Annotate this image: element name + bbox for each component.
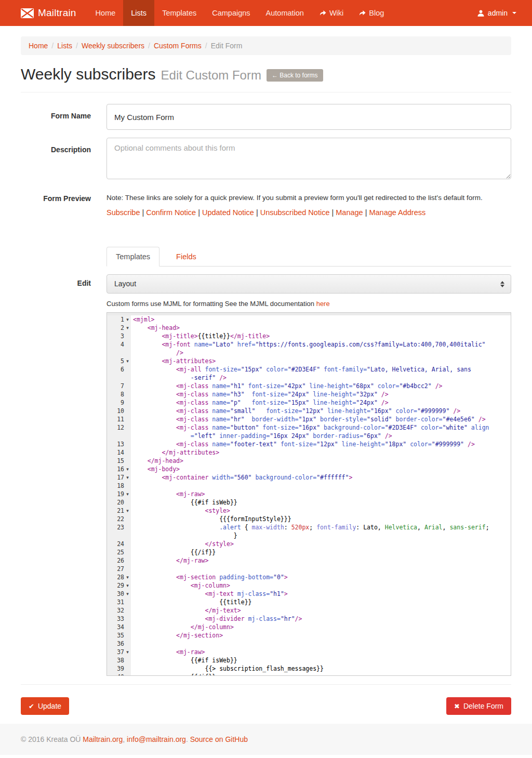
nav-link-campaigns[interactable]: Campaigns <box>204 0 258 26</box>
nav-link-templates[interactable]: Templates <box>154 0 204 26</box>
code-text: {{#if isWeb}} <box>131 656 237 664</box>
brand-link[interactable]: Mailtrain <box>21 0 76 26</box>
fold-toggle-icon[interactable]: ▾ <box>124 507 131 515</box>
edit-row: Edit Layout Custom forms use MJML for fo… <box>21 274 511 676</box>
fold-toggle-icon[interactable]: ▾ <box>124 590 131 598</box>
line-gutter: 22 <box>107 515 131 523</box>
code-line: 27 <box>107 565 511 573</box>
fold-toggle-icon[interactable]: ▾ <box>124 324 131 332</box>
nav-link-blog[interactable]: Blog <box>351 0 392 26</box>
line-number: 34 <box>117 623 124 631</box>
code-line: 3 <mj-title>{{title}}</mj-title> <box>107 332 511 340</box>
line-number: 36 <box>117 640 124 648</box>
code-line: 37▾ <mj-raw> <box>107 648 511 656</box>
line-gutter: 35 <box>107 631 131 640</box>
line-gutter: 1▾ <box>107 315 131 324</box>
tab-fields[interactable]: Fields <box>159 247 206 266</box>
breadcrumb-item-weekly-subscribers: Weekly subscribers <box>82 42 144 50</box>
code-text: {{title}} <box>131 598 251 606</box>
line-gutter: 40 <box>107 673 131 676</box>
line-number: 7 <box>121 382 124 390</box>
code-line: 30▾ <mj-text mj-class="h1"> <box>107 590 511 598</box>
tab-templates[interactable]: Templates <box>107 247 159 266</box>
footer-link-source-on-github[interactable]: Source on GitHub <box>190 735 248 743</box>
fold-toggle-icon[interactable]: ▾ <box>124 473 131 482</box>
preview-note: Note: These links are solely for a quick… <box>107 194 511 202</box>
code-line: 28▾ <mj-section padding-bottom="0"> <box>107 573 511 581</box>
line-gutter: 37▾ <box>107 648 131 656</box>
preview-link-manage[interactable]: Manage <box>336 208 363 217</box>
fold-toggle-icon[interactable]: ▾ <box>124 581 131 590</box>
mjml-docs-link[interactable]: here <box>316 300 330 308</box>
breadcrumb-link-weekly-subscribers[interactable]: Weekly subscribers <box>82 42 144 50</box>
code-line: 39 {{> subscription_flash_messages}} <box>107 664 511 673</box>
fold-toggle-icon[interactable]: ▾ <box>124 357 131 365</box>
form-name-input[interactable] <box>107 104 511 130</box>
user-menu[interactable]: admin <box>469 0 532 26</box>
code-text: .alert { max-width: 520px; font-family: … <box>131 523 489 531</box>
update-button[interactable]: ✔ Update <box>21 697 69 715</box>
breadcrumb: Home/Lists/Weekly subscribers/Custom For… <box>21 36 511 55</box>
preview-link-manage-address[interactable]: Manage Address <box>369 208 425 217</box>
line-number: 26 <box>117 556 124 565</box>
nav-item-templates: Templates <box>154 0 204 26</box>
line-gutter: 33 <box>107 615 131 623</box>
code-line: 9 <mj-class name="p" font-size="15px" li… <box>107 398 511 407</box>
fold-toggle-icon[interactable]: ▾ <box>124 573 131 581</box>
line-gutter: 38 <box>107 656 131 664</box>
line-number: 9 <box>121 398 124 407</box>
line-gutter: 8 <box>107 390 131 398</box>
fold-toggle-icon[interactable]: ▾ <box>124 315 131 324</box>
line-number: 3 <box>121 332 124 340</box>
preview-link-unsubscribed-notice[interactable]: Unsubscribed Notice <box>260 208 330 217</box>
code-text: </mj-attributes> <box>131 448 219 457</box>
line-gutter: 20 <box>107 498 131 507</box>
code-line: 35 </mj-section> <box>107 631 511 640</box>
code-line: 23 .alert { max-width: 520px; font-famil… <box>107 523 511 531</box>
footer-link-mailtrain-org[interactable]: Mailtrain.org <box>83 735 123 743</box>
footer-text: © 2016 Kreata OÜ <box>21 735 83 743</box>
code-text: <mj-raw> <box>131 490 205 498</box>
line-number: 16 <box>117 465 124 473</box>
breadcrumb-separator: / <box>205 42 207 50</box>
nav-link-automation[interactable]: Automation <box>258 0 312 26</box>
select-arrows-icon <box>500 281 504 287</box>
description-textarea[interactable] <box>107 138 511 179</box>
line-gutter: 9 <box>107 398 131 407</box>
preview-link-subscribe[interactable]: Subscribe <box>107 208 140 217</box>
code-text: {{{formInputStyle}}} <box>131 515 291 523</box>
line-number: 4 <box>121 340 124 349</box>
back-to-forms-button[interactable]: ← Back to forms <box>267 69 323 82</box>
preview-link-confirm-notice[interactable]: Confirm Notice <box>146 208 196 217</box>
line-gutter: 12 <box>107 423 131 432</box>
fold-toggle-icon[interactable]: ▾ <box>124 648 131 656</box>
breadcrumb-link-custom-forms[interactable]: Custom Forms <box>154 42 202 50</box>
nav-link-wiki[interactable]: Wiki <box>312 0 351 26</box>
line-gutter: 31 <box>107 598 131 606</box>
line-gutter: 13 <box>107 440 131 448</box>
line-number: 10 <box>117 407 124 415</box>
fold-toggle-icon[interactable]: ▾ <box>124 490 131 498</box>
footer-link-info-mailtrain-org[interactable]: info@mailtrain.org <box>127 735 186 743</box>
nav-link-home[interactable]: Home <box>88 0 124 26</box>
code-text: {{> subscription_flash_messages}} <box>131 664 324 673</box>
form-preview-label: Form Preview <box>21 194 91 217</box>
delete-form-button[interactable]: ✖ Delete Form <box>446 697 511 715</box>
code-line: 26 </mj-raw> <box>107 556 511 565</box>
code-text: <mj-section padding-bottom="0"> <box>131 573 288 581</box>
breadcrumb-link-lists[interactable]: Lists <box>57 42 72 50</box>
code-text: /> <box>131 349 183 357</box>
code-text: </mj-section> <box>131 631 223 640</box>
cross-icon: ✖ <box>454 702 460 710</box>
nav-item-blog: Blog <box>351 0 392 26</box>
preview-link-updated-notice[interactable]: Updated Notice <box>202 208 254 217</box>
line-number: 8 <box>121 390 124 398</box>
code-editor[interactable]: 1▾<mjml>2▾ <mj-head>3 <mj-title>{{title}… <box>107 312 511 676</box>
template-select[interactable]: Layout <box>107 274 511 294</box>
line-gutter: 15 <box>107 457 131 465</box>
fold-toggle-icon[interactable]: ▾ <box>124 465 131 473</box>
breadcrumb-link-home[interactable]: Home <box>29 42 48 50</box>
nav-link-lists[interactable]: Lists <box>123 0 154 26</box>
breadcrumb-separator: / <box>148 42 150 50</box>
code-line: 7 <mj-class name="h1" font-size="42px" l… <box>107 382 511 390</box>
